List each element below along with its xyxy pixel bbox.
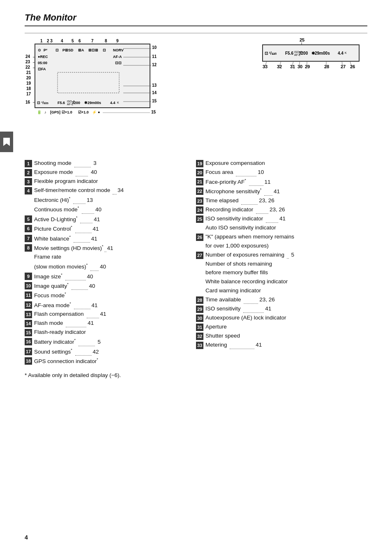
item-number: 16 — [25, 338, 32, 345]
item-label: Picture Control* 41 — [34, 224, 192, 233]
svg-text:⊡: ⊡ — [103, 48, 106, 52]
svg-text:30: 30 — [297, 64, 302, 69]
sub-item: before memory buffer fills — [196, 269, 363, 277]
list-item: 27 Number of exposures remaining 5 — [196, 251, 363, 259]
item-label: Focus area 10 — [205, 169, 363, 176]
svg-text:AF-A: AF-A — [113, 55, 122, 59]
item-label: Flexible program indicator — [34, 178, 192, 185]
svg-text:6: 6 — [78, 39, 81, 43]
svg-text:☑+1.0: ☑+1.0 — [78, 110, 89, 114]
svg-marker-0 — [3, 138, 10, 146]
item-number: 18 — [25, 357, 32, 365]
item-number: 20 — [196, 169, 203, 176]
svg-text:26: 26 — [350, 64, 355, 69]
item-number: 30 — [196, 315, 203, 322]
item-label: Electronic (Hi)* 13 — [34, 196, 192, 204]
svg-text:33: 33 — [263, 64, 267, 69]
item-number: 28 — [196, 296, 203, 304]
items-list: 1 Shooting mode 3 2 Exposure mode 40 3 F… — [25, 160, 367, 366]
list-item: 25 ISO sensitivity indicator 41 — [196, 215, 363, 223]
left-column: 1 Shooting mode 3 2 Exposure mode 40 3 F… — [25, 160, 196, 366]
sub-item: Electronic (Hi)* 13 — [25, 196, 192, 204]
item-label: Active D-Lighting* 41 — [34, 215, 192, 223]
list-item: 31 Aperture — [196, 323, 363, 331]
svg-text:⚡: ⚡ — [92, 110, 97, 115]
svg-text:4: 4 — [61, 39, 63, 43]
item-label: Time available 23, 26 — [205, 296, 363, 304]
item-number: 22 — [196, 187, 203, 195]
sub-item: for over 1,000 exposures) — [196, 242, 363, 250]
list-item: 19 Exposure compensation — [196, 160, 363, 167]
item-label: Metering 41 — [205, 341, 363, 349]
item-label: Microphone sensitivity* 41 — [205, 187, 363, 195]
item-label: (slow motion movies)* 40 — [34, 262, 192, 271]
item-label: Time elapsed 23, 26 — [205, 197, 363, 205]
item-label: "K" (appears when memory remains — [205, 233, 363, 241]
svg-text:3200: 3200 — [299, 51, 308, 56]
svg-text:⊡FA: ⊡FA — [38, 67, 46, 71]
item-label: Exposure compensation — [205, 160, 363, 167]
svg-text:♪: ♪ — [44, 110, 46, 114]
svg-rect-15 — [35, 44, 150, 108]
list-item: 7 White balance* 41 — [25, 234, 192, 243]
item-number: 1 — [25, 160, 32, 167]
svg-text:24: 24 — [25, 54, 30, 59]
item-number: 2 — [25, 169, 32, 176]
list-item: 24 Recording indicator 23, 26 — [196, 206, 363, 214]
list-item: 33 Metering 41 — [196, 341, 363, 349]
svg-text:05:00: 05:00 — [38, 61, 47, 65]
sub-item: Continuous mode* 40 — [25, 205, 192, 213]
svg-text:28: 28 — [324, 64, 329, 69]
svg-text:⊡: ⊡ — [55, 48, 59, 52]
item-label: ISO sensitivity 41 — [205, 305, 363, 313]
item-number: 7 — [25, 235, 32, 242]
sub-item: (slow motion movies)* 40 — [25, 262, 192, 271]
item-number: 33 — [196, 342, 203, 349]
sub-item: Number of shots remaining — [196, 260, 363, 268]
item-number: 31 — [196, 324, 203, 331]
item-number: 26 — [196, 234, 203, 241]
svg-text:✱29m00s: ✱29m00s — [311, 51, 330, 56]
svg-text:8: 8 — [105, 39, 107, 43]
list-item: 10 Image quality* 40 — [25, 282, 192, 290]
list-item: 2 Exposure mode 40 — [25, 169, 192, 176]
item-label: Card warning indicator — [205, 287, 363, 295]
item-number: 32 — [196, 333, 203, 340]
item-label: Face-priority AF* 11 — [205, 178, 363, 186]
item-number: 25 — [196, 215, 203, 223]
svg-text:29: 29 — [305, 64, 310, 69]
svg-text:17: 17 — [26, 92, 31, 96]
list-item: 15 Flash-ready indicator — [25, 329, 192, 336]
svg-text:●: ● — [98, 110, 100, 114]
item-label: ISO sensitivity indicator 41 — [205, 215, 363, 223]
svg-text:K: K — [117, 101, 119, 104]
svg-text:⊡ ¹/₁₂₅: ⊡ ¹/₁₂₅ — [265, 51, 277, 56]
item-label: Flash-ready indicator — [34, 329, 192, 336]
footnote: * Available only in detailed display (−6… — [25, 372, 367, 378]
list-item: 6 Picture Control* 41 — [25, 224, 192, 233]
sub-item: White balance recording indicator — [196, 278, 363, 286]
svg-text:25: 25 — [300, 37, 304, 42]
item-number: 15 — [25, 329, 32, 336]
item-label: Focus mode* — [34, 291, 192, 299]
list-item: 28 Time available 23, 26 — [196, 296, 363, 304]
item-label: Flash compensation 41 — [34, 310, 192, 318]
item-label: Shooting mode 3 — [34, 160, 192, 167]
item-label: Movie settings (HD movies)*41 — [34, 244, 192, 252]
item-label: Image size* 40 — [34, 272, 192, 280]
svg-text:4.4: 4.4 — [110, 101, 115, 105]
item-number: 17 — [25, 348, 32, 355]
item-label: Image quality* 40 — [34, 282, 192, 290]
svg-text:⊞A: ⊞A — [78, 48, 84, 52]
list-item: 9 Image size* 40 — [25, 272, 192, 280]
item-label: Battery indicator* 5 — [34, 338, 192, 346]
list-item: 13 Flash compensation 41 — [25, 310, 192, 318]
svg-text:14: 14 — [152, 90, 157, 95]
svg-text:P⊞SD: P⊞SD — [62, 48, 74, 52]
item-label: White balance* 41 — [34, 234, 192, 243]
svg-text:5: 5 — [71, 39, 74, 43]
svg-text:21: 21 — [26, 70, 31, 75]
list-item: 1 Shooting mode 3 — [25, 160, 192, 167]
list-item: 16 Battery indicator* 5 — [25, 338, 192, 346]
item-number: 13 — [25, 311, 32, 318]
